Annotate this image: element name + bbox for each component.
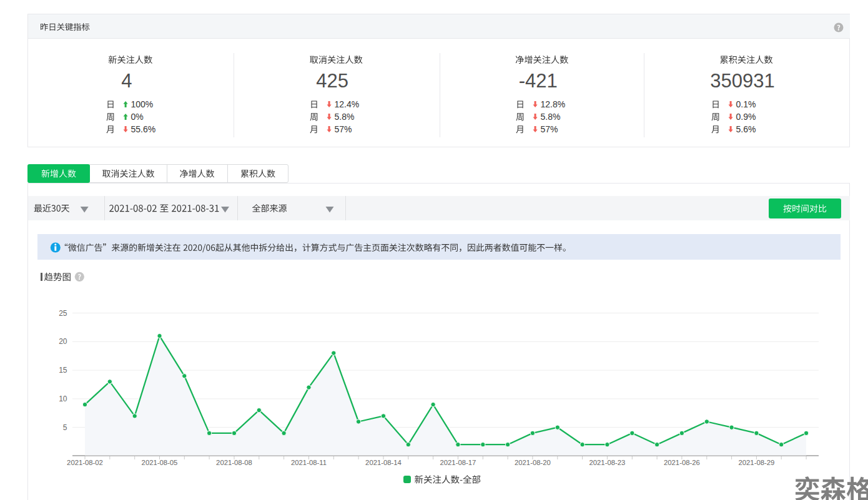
svg-text:2021-08-23: 2021-08-23 — [589, 459, 626, 466]
svg-text:2021-08-20: 2021-08-20 — [515, 459, 551, 466]
svg-text:25: 25 — [59, 309, 67, 318]
svg-text:15: 15 — [59, 366, 67, 375]
svg-text:10: 10 — [59, 395, 67, 403]
svg-text:2021-08-02: 2021-08-02 — [67, 459, 103, 466]
svg-text:2021-08-08: 2021-08-08 — [216, 459, 252, 466]
svg-text:20: 20 — [59, 337, 67, 346]
svg-text:2021-08-05: 2021-08-05 — [142, 459, 178, 466]
svg-text:5: 5 — [63, 423, 67, 432]
svg-text:2021-08-14: 2021-08-14 — [365, 459, 402, 466]
svg-text:2021-08-26: 2021-08-26 — [664, 459, 700, 466]
svg-text:2021-08-11: 2021-08-11 — [291, 459, 327, 466]
svg-text:2021-08-29: 2021-08-29 — [739, 459, 775, 466]
svg-text:2021-08-17: 2021-08-17 — [440, 459, 476, 466]
